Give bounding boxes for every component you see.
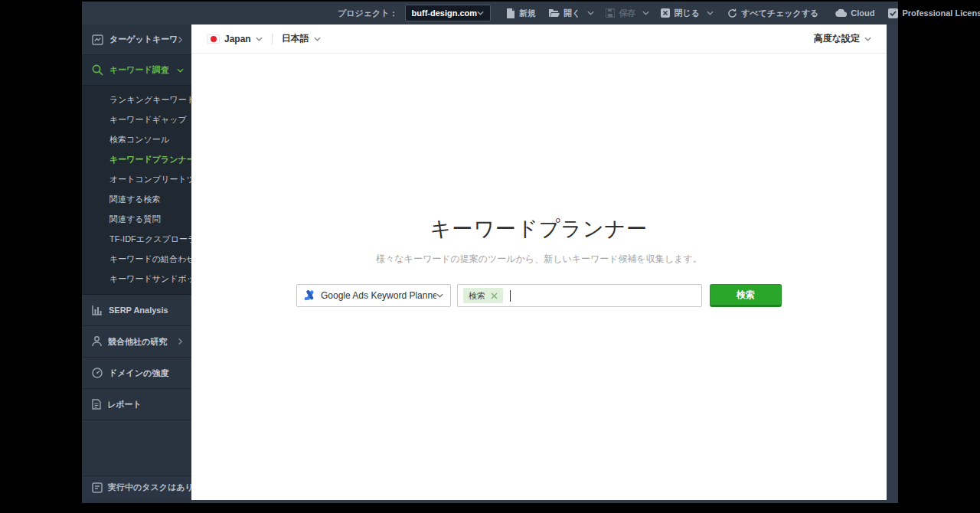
sidebar-subitem-ranking-keywords[interactable]: ランキングキーワード: [82, 90, 191, 109]
save-button[interactable]: 保存: [606, 8, 649, 19]
sidebar-item-serp-analysis[interactable]: SERP Analysis: [82, 295, 191, 326]
sidebar-subitem-search-console[interactable]: 検索コンソール: [82, 129, 191, 149]
report-icon: [92, 399, 101, 410]
chevron-down-icon: [436, 293, 443, 298]
chevron-down-icon: [314, 37, 321, 41]
running-tasks-status[interactable]: 実行中のタスクはありません: [82, 475, 191, 498]
tool-source-select[interactable]: Google Ads Keyword Planner: [296, 284, 451, 307]
sidebar-item-reports[interactable]: レポート: [82, 389, 191, 420]
new-button[interactable]: 新規: [506, 8, 536, 19]
sidebar-subitem-related-searches[interactable]: 関連する検索: [82, 189, 191, 209]
sidebar-subitem-keyword-gap[interactable]: キーワードギャップ: [82, 109, 191, 129]
search-button[interactable]: 検索: [710, 284, 782, 307]
sidebar-item-keyword-research[interactable]: キーワード調査: [82, 55, 191, 86]
chevron-down-icon: [256, 37, 263, 41]
chevron-down-icon: [587, 11, 594, 15]
cloud-icon: [835, 9, 847, 17]
chevron-down-icon: [477, 11, 484, 15]
japan-flag-icon: [207, 34, 220, 44]
close-icon: [661, 8, 670, 18]
chevron-down-icon: [864, 37, 871, 41]
hero-section: キーワードプランナー 様々なキーワードの提案のツールから、新しいキーワード候補を…: [191, 215, 887, 266]
keyword-research-submenu: ランキングキーワード キーワードギャップ 検索コンソール キーワードプランナー …: [82, 86, 191, 295]
top-toolbar: プロジェクト： buff-design.com 新規 開く 保存 閉じる すべて: [82, 2, 898, 25]
remove-tag-icon[interactable]: [491, 292, 498, 299]
main-content: Japan 日本語 高度な設定 キーワードプランナー 様々なキーワードの提案のツ…: [191, 25, 887, 500]
project-label: プロジェクト：: [338, 8, 398, 19]
project-select-value: buff-design.com: [412, 8, 478, 18]
new-file-icon: [506, 8, 515, 18]
page-subtitle: 様々なキーワードの提案のツールから、新しいキーワード候補を収集します。: [191, 253, 887, 266]
tool-source-value: Google Ads Keyword Planner: [321, 290, 436, 301]
sidebar-item-domain-strength[interactable]: ドメインの強度: [82, 358, 191, 389]
open-button[interactable]: 開く: [549, 8, 594, 19]
check-all-button[interactable]: すべてチェックする: [727, 8, 818, 19]
task-list-icon: [92, 482, 103, 493]
region-select[interactable]: Japan: [207, 34, 263, 44]
open-folder-icon: [549, 8, 560, 18]
person-icon: [92, 336, 102, 347]
page-title: キーワードプランナー: [191, 215, 887, 243]
chevron-down-icon: [707, 11, 714, 15]
sidebar-item-target-keywords[interactable]: ターゲットキーワード: [82, 25, 191, 55]
chevron-right-icon: [178, 338, 183, 345]
bar-chart-icon: [92, 305, 103, 315]
search-row: Google Ads Keyword Planner 検索 検索: [191, 284, 887, 307]
chevron-right-icon: [178, 36, 183, 43]
close-button[interactable]: 閉じる: [661, 8, 714, 19]
google-ads-icon: [304, 290, 315, 301]
target-keywords-icon: [92, 34, 103, 45]
sidebar-subitem-keyword-planner[interactable]: キーワードプランナー: [82, 149, 191, 169]
keyword-input[interactable]: 検索: [457, 284, 702, 307]
keyword-tag: 検索: [463, 288, 503, 303]
sidebar-subitem-autocomplete-tools[interactable]: オートコンプリートツール: [82, 169, 191, 189]
sidebar: ターゲットキーワード キーワード調査 ランキングキーワード キーワードギャップ …: [82, 25, 191, 503]
content-header: Japan 日本語 高度な設定: [191, 25, 887, 54]
checkbox-checked-icon: [888, 8, 898, 18]
app-window: プロジェクト： buff-design.com 新規 開く 保存 閉じる すべて: [82, 2, 898, 503]
sidebar-item-competitor-research[interactable]: 競合他社の研究: [82, 326, 191, 358]
sidebar-subitem-keyword-sandbox[interactable]: キーワードサンドボックス: [82, 269, 191, 289]
text-cursor: [510, 290, 511, 302]
project-select[interactable]: buff-design.com: [405, 5, 492, 21]
refresh-icon: [727, 8, 737, 18]
save-icon: [606, 8, 615, 18]
license-badge[interactable]: Professional License: [888, 8, 980, 18]
language-select[interactable]: 日本語: [282, 32, 321, 45]
chevron-down-icon: [642, 11, 649, 15]
gauge-icon: [92, 368, 103, 378]
sidebar-subitem-keyword-combinations[interactable]: キーワードの組合わせ: [82, 249, 191, 269]
cloud-button[interactable]: Cloud: [835, 8, 874, 18]
sidebar-subitem-related-questions[interactable]: 関連する質問: [82, 209, 191, 229]
advanced-settings-toggle[interactable]: 高度な設定: [814, 32, 871, 45]
chevron-down-icon: [177, 68, 184, 73]
header-divider: [272, 34, 273, 44]
sidebar-subitem-tfidf-explorer[interactable]: TF-IDFエクスプローラー: [82, 229, 191, 249]
search-icon: [92, 64, 103, 76]
